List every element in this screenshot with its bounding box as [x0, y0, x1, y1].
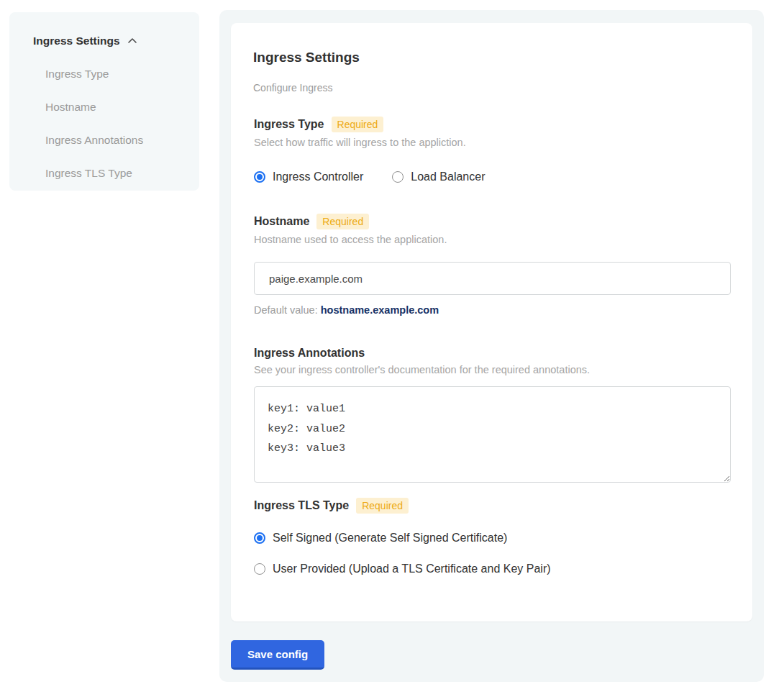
sidebar-item-hostname[interactable]: Hostname	[33, 91, 185, 124]
section-ingress-tls-type: Ingress TLS Type Required Self Signed (G…	[254, 498, 730, 575]
radio-label: User Provided (Upload a TLS Certificate …	[273, 562, 551, 575]
radio-label: Ingress Controller	[273, 170, 363, 183]
chevron-up-icon	[127, 35, 138, 47]
hostname-default-line: Default value: hostname.example.com	[254, 304, 730, 316]
sidebar-item-ingress-tls-type[interactable]: Ingress TLS Type	[33, 157, 185, 190]
ingress-type-label: Ingress Type	[254, 118, 324, 131]
hostname-input[interactable]	[254, 262, 731, 295]
sidebar-group-toggle[interactable]: Ingress Settings	[33, 35, 185, 47]
radio-ingress-controller[interactable]: Ingress Controller	[254, 170, 363, 183]
sidebar-nav: Ingress Type Hostname Ingress Annotation…	[33, 58, 185, 190]
radio-load-balancer[interactable]: Load Balancer	[392, 170, 485, 183]
tls-type-radio-group: Self Signed (Generate Self Signed Certif…	[254, 532, 730, 575]
default-prefix: Default value:	[254, 304, 321, 316]
hostname-label: Hostname	[254, 215, 309, 228]
ingress-settings-card: Ingress Settings Configure Ingress Ingre…	[231, 23, 752, 621]
section-hostname: Hostname Required Hostname used to acces…	[254, 214, 730, 316]
config-nav-sidebar: Ingress Settings Ingress Type Hostname I…	[9, 12, 199, 191]
sidebar-item-ingress-type[interactable]: Ingress Type	[33, 58, 185, 91]
tls-type-label: Ingress TLS Type	[254, 499, 349, 512]
sidebar-group-label: Ingress Settings	[33, 35, 120, 47]
annotations-label: Ingress Annotations	[254, 347, 365, 360]
radio-self-signed[interactable]: Self Signed (Generate Self Signed Certif…	[254, 532, 730, 545]
radio-label: Self Signed (Generate Self Signed Certif…	[273, 532, 507, 545]
sidebar-item-ingress-annotations[interactable]: Ingress Annotations	[33, 124, 185, 157]
save-config-button[interactable]: Save config	[231, 640, 324, 670]
radio-selected-icon[interactable]	[254, 171, 265, 183]
hostname-help: Hostname used to access the application.	[254, 234, 730, 245]
annotations-help: See your ingress controller's documentat…	[254, 364, 730, 375]
required-badge: Required	[316, 214, 369, 229]
annotations-textarea[interactable]: key1: value1 key2: value2 key3: value3	[254, 386, 731, 483]
radio-unselected-icon[interactable]	[392, 171, 404, 183]
radio-unselected-icon[interactable]	[254, 563, 265, 575]
page-subtitle: Configure Ingress	[253, 82, 730, 94]
page-title: Ingress Settings	[253, 50, 730, 65]
required-badge: Required	[332, 117, 384, 132]
required-badge: Required	[356, 498, 409, 514]
radio-selected-icon[interactable]	[254, 532, 265, 544]
radio-user-provided[interactable]: User Provided (Upload a TLS Certificate …	[254, 562, 730, 575]
section-ingress-type: Ingress Type Required Select how traffic…	[254, 117, 730, 183]
default-value: hostname.example.com	[321, 304, 439, 316]
ingress-type-radio-group: Ingress Controller Load Balancer	[254, 170, 730, 183]
section-ingress-annotations: Ingress Annotations See your ingress con…	[254, 347, 730, 483]
config-panel: Ingress Settings Configure Ingress Ingre…	[219, 10, 764, 682]
radio-label: Load Balancer	[411, 170, 485, 183]
ingress-type-help: Select how traffic will ingress to the a…	[254, 137, 730, 148]
